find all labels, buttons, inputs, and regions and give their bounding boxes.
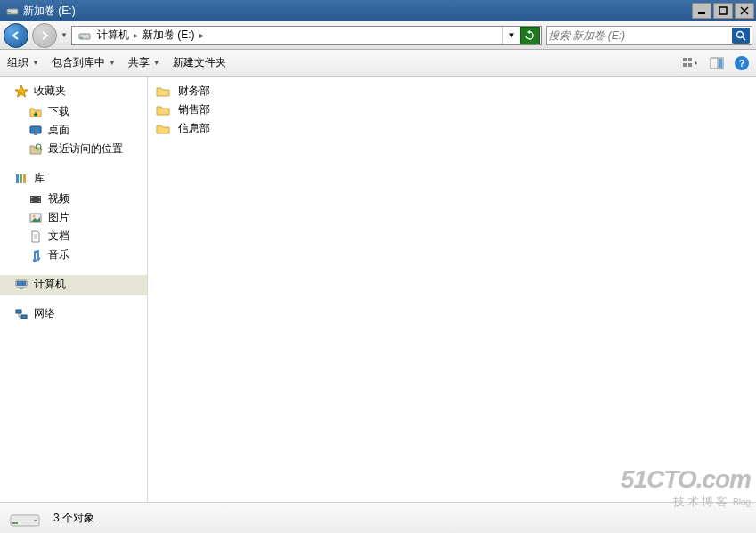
sidebar-item-desktop[interactable]: 桌面 bbox=[0, 121, 147, 140]
svg-rect-21 bbox=[16, 174, 19, 183]
chevron-down-icon: ▼ bbox=[32, 59, 39, 67]
command-bar: 组织▼ 包含到库中▼ 共享▼ 新建文件夹 ? bbox=[0, 50, 756, 77]
newfolder-label: 新建文件夹 bbox=[173, 55, 226, 70]
computer-icon bbox=[14, 278, 28, 292]
chevron-right-icon[interactable]: ▸ bbox=[131, 30, 141, 40]
document-icon bbox=[28, 230, 43, 244]
svg-rect-35 bbox=[17, 281, 26, 286]
sidebar-item-network[interactable]: 网络 bbox=[0, 304, 147, 325]
navigation-pane: 收藏夹 下载 桌面 最近访问的位置 库 视频 bbox=[0, 77, 148, 502]
chevron-down-icon: ▼ bbox=[109, 59, 116, 67]
refresh-button[interactable] bbox=[520, 27, 540, 44]
music-icon bbox=[28, 248, 43, 262]
main-area: 收藏夹 下载 桌面 最近访问的位置 库 视频 bbox=[0, 77, 756, 502]
svg-rect-42 bbox=[12, 522, 18, 524]
svg-rect-22 bbox=[20, 174, 22, 183]
svg-rect-7 bbox=[80, 37, 83, 38]
folder-icon bbox=[155, 103, 171, 117]
preview-pane-button[interactable] bbox=[708, 55, 726, 71]
forward-button[interactable] bbox=[32, 23, 57, 48]
status-bar: 3 个对象 bbox=[0, 502, 756, 533]
sidebar-item-libraries[interactable]: 库 bbox=[0, 169, 147, 190]
organize-label: 组织 bbox=[7, 55, 28, 70]
share-label: 共享 bbox=[128, 55, 150, 70]
sidebar-item-videos[interactable]: 视频 bbox=[0, 190, 147, 208]
favorites-group: 收藏夹 下载 桌面 最近访问的位置 bbox=[0, 82, 147, 158]
sidebar-item-favorites[interactable]: 收藏夹 bbox=[0, 82, 147, 102]
view-mode-button[interactable] bbox=[681, 55, 699, 71]
desktop-icon bbox=[28, 124, 43, 138]
title-bar: 新加卷 (E:) bbox=[0, 0, 756, 21]
nav-bar: ▼ 计算机 ▸ 新加卷 (E:) ▸ ▼ bbox=[0, 21, 756, 50]
close-button[interactable] bbox=[735, 3, 754, 19]
folder-item[interactable]: 销售部 bbox=[151, 101, 752, 119]
svg-rect-0 bbox=[7, 9, 18, 14]
status-text: 3 个对象 bbox=[53, 511, 94, 526]
minimize-button[interactable] bbox=[692, 3, 711, 19]
recent-icon bbox=[28, 142, 43, 157]
sidebar-item-recent[interactable]: 最近访问的位置 bbox=[0, 140, 147, 158]
svg-line-9 bbox=[743, 37, 745, 40]
folder-icon bbox=[155, 85, 171, 99]
breadcrumb-current[interactable]: 新加卷 (E:) bbox=[141, 28, 197, 43]
svg-rect-1 bbox=[8, 12, 11, 13]
chevron-down-icon: ▼ bbox=[153, 59, 160, 67]
library-icon bbox=[14, 172, 28, 186]
pictures-label: 图片 bbox=[48, 210, 69, 225]
new-folder-button[interactable]: 新建文件夹 bbox=[173, 55, 226, 70]
svg-point-30 bbox=[33, 214, 36, 217]
documents-label: 文档 bbox=[48, 229, 69, 244]
folder-icon bbox=[28, 105, 43, 119]
share-button[interactable]: 共享▼ bbox=[128, 55, 160, 70]
music-label: 音乐 bbox=[48, 247, 69, 262]
history-dropdown-icon[interactable]: ▼ bbox=[61, 31, 68, 39]
sidebar-item-downloads[interactable]: 下载 bbox=[0, 102, 147, 121]
recent-label: 最近访问的位置 bbox=[48, 141, 123, 157]
sidebar-item-documents[interactable]: 文档 bbox=[0, 227, 147, 246]
network-group: 网络 bbox=[0, 304, 147, 325]
svg-rect-17 bbox=[30, 126, 41, 133]
breadcrumb-root[interactable]: 计算机 bbox=[95, 28, 131, 43]
address-dropdown-icon[interactable]: ▼ bbox=[502, 27, 520, 44]
svg-rect-16 bbox=[719, 59, 722, 68]
svg-rect-3 bbox=[719, 7, 727, 14]
folder-item[interactable]: 财务部 bbox=[151, 82, 752, 101]
videos-label: 视频 bbox=[48, 191, 69, 206]
svg-rect-11 bbox=[688, 58, 692, 61]
search-input[interactable] bbox=[549, 29, 732, 42]
svg-rect-27 bbox=[39, 197, 40, 198]
drive-icon bbox=[7, 506, 43, 529]
sidebar-item-music[interactable]: 音乐 bbox=[0, 246, 147, 264]
search-box[interactable] bbox=[546, 26, 752, 45]
organize-button[interactable]: 组织▼ bbox=[7, 55, 39, 70]
svg-rect-10 bbox=[683, 58, 687, 61]
svg-rect-26 bbox=[31, 201, 32, 202]
svg-rect-28 bbox=[39, 201, 40, 202]
picture-icon bbox=[28, 211, 43, 225]
help-button[interactable]: ? bbox=[735, 56, 749, 70]
sidebar-item-pictures[interactable]: 图片 bbox=[0, 208, 147, 227]
folder-name: 信息部 bbox=[178, 121, 210, 136]
search-icon[interactable] bbox=[732, 28, 750, 44]
folder-name: 财务部 bbox=[178, 84, 210, 99]
downloads-label: 下载 bbox=[48, 104, 69, 119]
address-bar[interactable]: 计算机 ▸ 新加卷 (E:) ▸ ▼ bbox=[71, 26, 542, 45]
svg-rect-38 bbox=[21, 315, 27, 319]
svg-rect-25 bbox=[31, 197, 32, 198]
sidebar-item-computer[interactable]: 计算机 bbox=[0, 275, 147, 295]
include-in-library-button[interactable]: 包含到库中▼ bbox=[52, 55, 116, 70]
desktop-label: 桌面 bbox=[48, 123, 69, 138]
back-button[interactable] bbox=[4, 23, 28, 48]
computer-group: 计算机 bbox=[0, 275, 147, 295]
svg-point-8 bbox=[737, 31, 744, 37]
svg-rect-13 bbox=[688, 63, 692, 67]
chevron-right-icon[interactable]: ▸ bbox=[197, 30, 207, 40]
folder-item[interactable]: 信息部 bbox=[151, 119, 752, 138]
file-list[interactable]: 财务部 销售部 信息部 bbox=[148, 77, 756, 502]
folder-name: 销售部 bbox=[178, 102, 210, 117]
svg-rect-18 bbox=[34, 133, 37, 135]
svg-rect-12 bbox=[683, 63, 687, 67]
maximize-button[interactable] bbox=[713, 3, 733, 19]
drive-icon bbox=[77, 28, 92, 43]
video-icon bbox=[28, 192, 43, 206]
